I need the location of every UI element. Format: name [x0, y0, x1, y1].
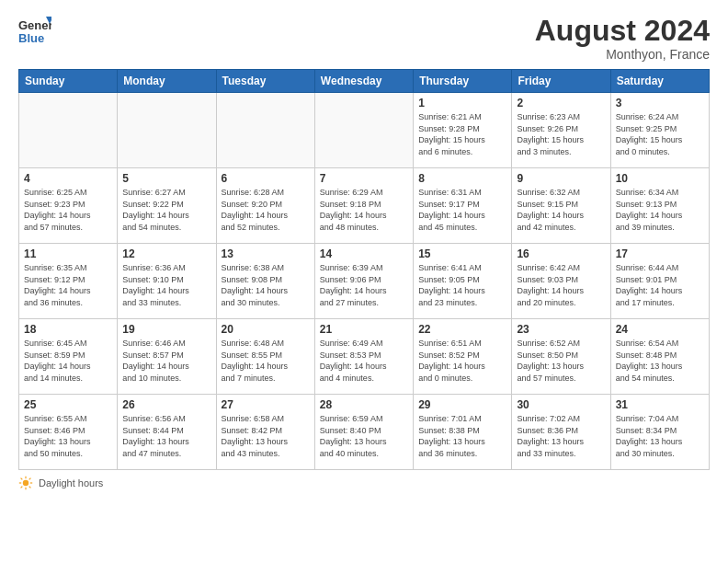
calendar-cell: 1Sunrise: 6:21 AM Sunset: 9:28 PM Daylig…	[414, 93, 512, 168]
day-number: 13	[222, 247, 310, 260]
day-number: 30	[517, 398, 605, 411]
week-row-0: 1Sunrise: 6:21 AM Sunset: 9:28 PM Daylig…	[19, 93, 710, 168]
day-info: Sunrise: 6:58 AM Sunset: 8:42 PM Dayligh…	[222, 413, 310, 459]
day-info: Sunrise: 6:39 AM Sunset: 9:06 PM Dayligh…	[320, 262, 408, 308]
day-number: 16	[517, 247, 605, 260]
day-number: 11	[24, 247, 112, 260]
calendar-cell: 31Sunrise: 7:04 AM Sunset: 8:34 PM Dayli…	[610, 395, 709, 470]
day-number: 26	[122, 398, 210, 411]
day-info: Sunrise: 6:55 AM Sunset: 8:46 PM Dayligh…	[24, 413, 112, 459]
calendar-cell: 9Sunrise: 6:32 AM Sunset: 9:15 PM Daylig…	[512, 168, 610, 244]
calendar-cell: 12Sunrise: 6:36 AM Sunset: 9:10 PM Dayli…	[118, 244, 216, 319]
day-number: 10	[616, 172, 704, 185]
day-info: Sunrise: 6:35 AM Sunset: 9:12 PM Dayligh…	[24, 262, 112, 308]
day-number: 8	[418, 172, 506, 185]
day-number: 21	[320, 323, 408, 336]
calendar-cell: 4Sunrise: 6:25 AM Sunset: 9:23 PM Daylig…	[19, 168, 118, 244]
day-number: 14	[320, 247, 408, 260]
day-info: Sunrise: 6:48 AM Sunset: 8:55 PM Dayligh…	[222, 338, 310, 384]
day-info: Sunrise: 6:41 AM Sunset: 9:05 PM Dayligh…	[418, 262, 506, 308]
calendar-cell: 14Sunrise: 6:39 AM Sunset: 9:06 PM Dayli…	[314, 244, 413, 319]
day-info: Sunrise: 6:56 AM Sunset: 8:44 PM Dayligh…	[122, 413, 210, 459]
svg-line-10	[29, 478, 31, 480]
week-row-3: 18Sunrise: 6:45 AM Sunset: 8:59 PM Dayli…	[19, 319, 710, 395]
calendar-cell: 30Sunrise: 7:02 AM Sunset: 8:36 PM Dayli…	[512, 395, 610, 470]
logo: General Blue	[18, 15, 51, 48]
calendar-cell: 29Sunrise: 7:01 AM Sunset: 8:38 PM Dayli…	[414, 395, 512, 470]
day-info: Sunrise: 6:46 AM Sunset: 8:57 PM Dayligh…	[122, 338, 210, 384]
calendar-cell	[216, 93, 314, 168]
svg-line-11	[21, 487, 23, 488]
week-row-2: 11Sunrise: 6:35 AM Sunset: 9:12 PM Dayli…	[19, 244, 710, 319]
calendar-cell: 17Sunrise: 6:44 AM Sunset: 9:01 PM Dayli…	[610, 244, 709, 319]
day-info: Sunrise: 6:21 AM Sunset: 9:28 PM Dayligh…	[418, 111, 506, 157]
day-number: 28	[320, 398, 408, 411]
day-number: 9	[517, 172, 605, 185]
day-number: 20	[222, 323, 310, 336]
weekday-header-row: SundayMondayTuesdayWednesdayThursdayFrid…	[19, 70, 710, 93]
calendar-table: SundayMondayTuesdayWednesdayThursdayFrid…	[18, 69, 710, 470]
day-info: Sunrise: 6:25 AM Sunset: 9:23 PM Dayligh…	[24, 187, 112, 233]
calendar-cell: 24Sunrise: 6:54 AM Sunset: 8:48 PM Dayli…	[610, 319, 709, 395]
day-info: Sunrise: 7:04 AM Sunset: 8:34 PM Dayligh…	[616, 413, 704, 459]
calendar-cell: 13Sunrise: 6:38 AM Sunset: 9:08 PM Dayli…	[216, 244, 314, 319]
svg-line-9	[29, 487, 31, 488]
calendar-cell: 26Sunrise: 6:56 AM Sunset: 8:44 PM Dayli…	[118, 395, 216, 470]
logo-svg: General Blue	[18, 15, 51, 48]
calendar-cell: 19Sunrise: 6:46 AM Sunset: 8:57 PM Dayli…	[118, 319, 216, 395]
calendar-cell: 16Sunrise: 6:42 AM Sunset: 9:03 PM Dayli…	[512, 244, 610, 319]
calendar-cell: 20Sunrise: 6:48 AM Sunset: 8:55 PM Dayli…	[216, 319, 314, 395]
header: General Blue August 2024 Monthyon, Franc…	[18, 15, 710, 62]
calendar-cell: 7Sunrise: 6:29 AM Sunset: 9:18 PM Daylig…	[314, 168, 413, 244]
day-info: Sunrise: 6:59 AM Sunset: 8:40 PM Dayligh…	[320, 413, 408, 459]
calendar-cell: 18Sunrise: 6:45 AM Sunset: 8:59 PM Dayli…	[19, 319, 118, 395]
calendar-cell: 28Sunrise: 6:59 AM Sunset: 8:40 PM Dayli…	[314, 395, 413, 470]
day-info: Sunrise: 6:23 AM Sunset: 9:26 PM Dayligh…	[517, 111, 605, 157]
day-number: 29	[418, 398, 506, 411]
day-number: 15	[418, 247, 506, 260]
day-info: Sunrise: 7:02 AM Sunset: 8:36 PM Dayligh…	[517, 413, 605, 459]
day-number: 27	[222, 398, 310, 411]
day-info: Sunrise: 6:32 AM Sunset: 9:15 PM Dayligh…	[517, 187, 605, 233]
weekday-header-wednesday: Wednesday	[314, 70, 413, 93]
weekday-header-monday: Monday	[118, 70, 216, 93]
month-title: August 2024	[535, 15, 710, 47]
calendar-cell: 8Sunrise: 6:31 AM Sunset: 9:17 PM Daylig…	[414, 168, 512, 244]
day-number: 5	[122, 172, 210, 185]
day-number: 19	[122, 323, 210, 336]
calendar-cell: 2Sunrise: 6:23 AM Sunset: 9:26 PM Daylig…	[512, 93, 610, 168]
calendar-cell: 21Sunrise: 6:49 AM Sunset: 8:53 PM Dayli…	[314, 319, 413, 395]
day-info: Sunrise: 6:54 AM Sunset: 8:48 PM Dayligh…	[616, 338, 704, 384]
day-number: 24	[616, 323, 704, 336]
day-info: Sunrise: 6:38 AM Sunset: 9:08 PM Dayligh…	[222, 262, 310, 308]
week-row-1: 4Sunrise: 6:25 AM Sunset: 9:23 PM Daylig…	[19, 168, 710, 244]
day-info: Sunrise: 6:36 AM Sunset: 9:10 PM Dayligh…	[122, 262, 210, 308]
footer-label: Daylight hours	[39, 477, 103, 488]
week-row-4: 25Sunrise: 6:55 AM Sunset: 8:46 PM Dayli…	[19, 395, 710, 470]
day-number: 18	[24, 323, 112, 336]
day-info: Sunrise: 6:44 AM Sunset: 9:01 PM Dayligh…	[616, 262, 704, 308]
day-info: Sunrise: 6:31 AM Sunset: 9:17 PM Dayligh…	[418, 187, 506, 233]
calendar-cell: 22Sunrise: 6:51 AM Sunset: 8:52 PM Dayli…	[414, 319, 512, 395]
day-number: 4	[24, 172, 112, 185]
svg-line-8	[21, 478, 23, 480]
svg-text:Blue: Blue	[18, 31, 44, 45]
day-info: Sunrise: 6:34 AM Sunset: 9:13 PM Dayligh…	[616, 187, 704, 233]
day-info: Sunrise: 6:29 AM Sunset: 9:18 PM Dayligh…	[320, 187, 408, 233]
page: General Blue August 2024 Monthyon, Franc…	[0, 0, 728, 563]
title-block: August 2024 Monthyon, France	[535, 15, 710, 62]
calendar-cell: 15Sunrise: 6:41 AM Sunset: 9:05 PM Dayli…	[414, 244, 512, 319]
day-number: 25	[24, 398, 112, 411]
day-info: Sunrise: 6:28 AM Sunset: 9:20 PM Dayligh…	[222, 187, 310, 233]
day-info: Sunrise: 6:49 AM Sunset: 8:53 PM Dayligh…	[320, 338, 408, 384]
weekday-header-saturday: Saturday	[610, 70, 709, 93]
day-info: Sunrise: 6:24 AM Sunset: 9:25 PM Dayligh…	[616, 111, 704, 157]
day-info: Sunrise: 6:52 AM Sunset: 8:50 PM Dayligh…	[517, 338, 605, 384]
sun-icon	[18, 476, 33, 490]
day-number: 23	[517, 323, 605, 336]
weekday-header-thursday: Thursday	[414, 70, 512, 93]
day-number: 3	[616, 97, 704, 109]
calendar-cell: 25Sunrise: 6:55 AM Sunset: 8:46 PM Dayli…	[19, 395, 118, 470]
footer: Daylight hours	[18, 476, 710, 490]
weekday-header-sunday: Sunday	[19, 70, 118, 93]
